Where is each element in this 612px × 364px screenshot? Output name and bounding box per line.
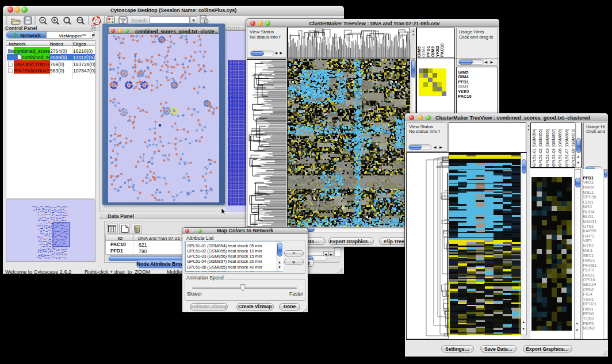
svg-text:GPL51-04 (GSM857): GPL51-04 (GSM857) <box>552 128 556 166</box>
svg-text:GPL51-06 (GSM865): GPL51-06 (GSM865) <box>558 128 563 166</box>
svg-text:1:1: 1:1 <box>78 18 82 22</box>
svg-text:GPL51-03 (GSM856): GPL51-03 (GSM856) <box>545 128 550 166</box>
svg-text:Search:: Search: <box>131 18 148 24</box>
svg-text:GPL51-02 (GSM855): GPL51-02 (GSM855) <box>538 128 543 166</box>
svg-text:GPL51-07 (GSM868): GPL51-07 (GSM868) <box>565 128 569 166</box>
svg-text:GPL51-01 (GSM854): GPL51-01 (GSM854) <box>532 128 537 166</box>
svg-text:PAC10: PAC10 <box>439 43 445 57</box>
